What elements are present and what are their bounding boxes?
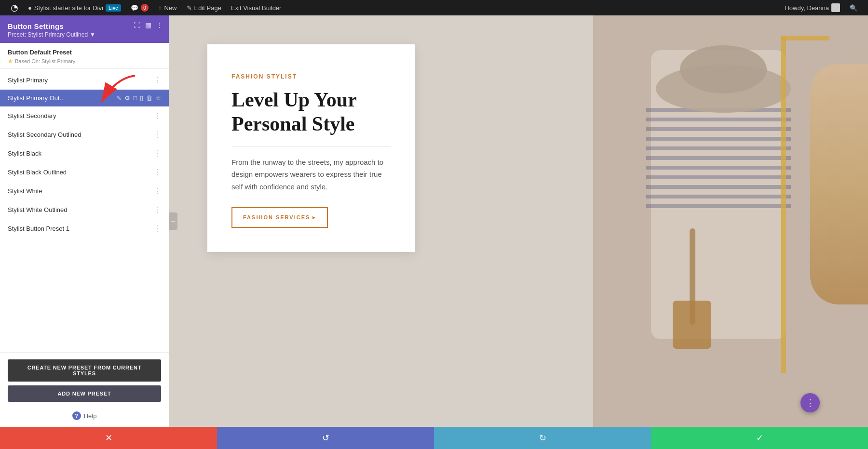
panel-header: Button Settings Preset: Stylist Primary … [0,15,169,43]
wp-bar-new[interactable]: + New [153,0,182,15]
wp-bar-edit-label: Edit Page [194,4,221,12]
hero-section: FASHION STYLIST Level Up Your Personal S… [169,15,868,427]
preset-item-stylist-white-outlined[interactable]: Stylist White Outlined ⋮ [0,200,169,219]
preset-item-stylist-secondary[interactable]: Stylist Secondary ⋮ [0,106,169,125]
svg-rect-19 [781,36,829,40]
wp-bar-new-label: New [164,4,177,12]
hero-title-line1: Level Up Your [231,89,357,111]
wp-bar-comments[interactable]: 💬 0 [126,0,153,15]
svg-rect-15 [680,45,767,93]
search-icon: 🔍 [850,4,857,12]
add-preset-button[interactable]: ADD NEW PRESET [8,385,161,402]
undo-button[interactable]: ↺ [217,427,434,449]
svg-rect-12 [646,195,791,198]
hero-title-line2: Personal Style [231,113,354,135]
wp-bar-site-name: Stylist starter site for Divi [34,4,103,12]
svg-rect-13 [646,204,791,208]
preset-item-label: Stylist Primary [8,77,153,84]
save-icon: ✓ [756,433,763,443]
help-label: Help [84,412,97,420]
preset-item-stylist-black[interactable]: Stylist Black ⋮ [0,144,169,163]
wp-bar-exit-label: Exit Visual Builder [231,4,282,12]
preset-item-stylist-button-preset-1[interactable]: Stylist Button Preset 1 ⋮ [0,219,169,238]
help-circle-icon: ? [72,411,81,420]
delete-preset-icon[interactable]: 🗑 [146,94,152,102]
wp-bar-user-label: Howdy, Deanna [785,4,829,12]
preset-options-icon[interactable]: ⋮ [153,224,161,233]
preset-item-stylist-secondary-outlined[interactable]: Stylist Secondary Outlined ⋮ [0,125,169,144]
close-icon: ✕ [105,433,112,443]
wp-bar-exit-builder[interactable]: Exit Visual Builder [226,0,286,15]
svg-rect-11 [646,185,791,189]
create-preset-button[interactable]: CREATE NEW PRESET FROM CURRENT STYLES [8,359,161,382]
panel-subtitle-text: Preset: Stylist Primary Outlined [8,31,88,38]
svg-rect-10 [646,175,791,179]
wp-logo-icon[interactable]: ◔ [6,2,23,13]
svg-rect-4 [646,118,791,121]
comment-count: 0 [141,4,149,12]
ellipsis-icon: ⋮ [806,397,814,408]
columns-icon[interactable]: ▦ [145,21,151,29]
panel-subtitle[interactable]: Preset: Stylist Primary Outlined ▼ [8,31,161,38]
edit-preset-icon[interactable]: ✎ [116,94,122,102]
svg-rect-5 [646,127,791,131]
preset-based-on: ★ Based On: Stylist Primary [8,58,161,65]
edit-icon: ✎ [187,4,192,12]
close-button[interactable]: ✕ [0,427,217,449]
wp-bar-edit-page[interactable]: ✎ Edit Page [182,0,226,15]
preset-items-container: Stylist Primary ⋮ Stylist Primary Out...… [0,69,169,240]
hero-cta-button[interactable]: FASHION SERVICES ▸ [231,207,328,228]
main-area: Button Settings Preset: Stylist Primary … [0,15,868,427]
toggle-arrow-icon: ↔ [170,218,176,224]
svg-rect-17 [673,301,711,349]
hero-left-bg: FASHION STYLIST Level Up Your Personal S… [169,15,593,427]
more-options-icon[interactable]: ⋮ [156,21,163,29]
settings-preset-icon[interactable]: ⚙ [124,94,130,102]
wp-bar-user[interactable]: Howdy, Deanna [780,0,845,15]
save-button[interactable]: ✓ [651,427,868,449]
wp-bar-site[interactable]: ● Stylist starter site for Divi Live [23,0,126,15]
preset-item-label: Stylist Secondary [8,112,153,119]
preset-item-label: Stylist Secondary Outlined [8,131,153,138]
plus-icon: + [158,4,162,12]
hero-subtitle: FASHION STYLIST [231,73,391,80]
hero-title: Level Up Your Personal Style [231,88,391,136]
preset-options-icon[interactable]: ⋮ [153,76,161,85]
preset-options-icon[interactable]: ⋮ [153,130,161,139]
bottom-toolbar: ✕ ↺ ↻ ✓ [0,427,868,449]
preset-item-stylist-primary-outlined[interactable]: Stylist Primary Out... ✎ ⚙ □ ▯ 🗑 ☆ [0,90,169,106]
svg-rect-18 [781,36,786,373]
preset-item-stylist-primary[interactable]: Stylist Primary ⋮ [0,71,169,90]
duplicate-preset-icon[interactable]: ▯ [140,94,143,102]
default-preset-title: Button Default Preset [8,49,161,56]
floating-menu-button[interactable]: ⋮ [800,393,820,412]
user-avatar [831,3,840,12]
preset-item-label: Stylist White [8,187,153,195]
copy-preset-icon[interactable]: □ [133,94,137,102]
panel-toggle[interactable]: ↔ [169,212,177,230]
panel-buttons: CREATE NEW PRESET FROM CURRENT STYLES AD… [0,352,169,407]
preset-options-icon[interactable]: ⋮ [153,111,161,120]
preset-options-icon[interactable]: ⋮ [153,168,161,177]
panel-header-icons: ⛶ ▦ ⋮ [134,21,163,29]
svg-rect-6 [646,137,791,141]
star-icon: ★ [8,58,13,65]
svg-rect-8 [646,156,791,160]
preset-item-label: Stylist Primary Out... [8,94,116,102]
wp-bar-search[interactable]: 🔍 [845,0,862,15]
preset-options-icon[interactable]: ⋮ [153,205,161,214]
preset-item-label: Stylist Black [8,150,153,157]
wp-bar-site-icon: ● [28,4,32,12]
preset-item-stylist-white[interactable]: Stylist White ⋮ [0,182,169,200]
redo-button[interactable]: ↻ [434,427,651,449]
panel-help[interactable]: ? Help [0,407,169,427]
preset-options-icon[interactable]: ⋮ [153,149,161,158]
preset-options-icon[interactable]: ⋮ [153,186,161,196]
left-panel: Button Settings Preset: Stylist Primary … [0,15,169,427]
star-preset-icon[interactable]: ☆ [155,94,161,102]
wp-admin-bar: ◔ ● Stylist starter site for Divi Live 💬… [0,0,868,15]
preset-item-stylist-black-outlined[interactable]: Stylist Black Outlined ⋮ [0,163,169,182]
preset-item-actions: ✎ ⚙ □ ▯ 🗑 ☆ [116,94,161,102]
fullscreen-icon[interactable]: ⛶ [134,21,140,29]
hero-body-text: From the runway to the streets, my appro… [231,156,391,193]
